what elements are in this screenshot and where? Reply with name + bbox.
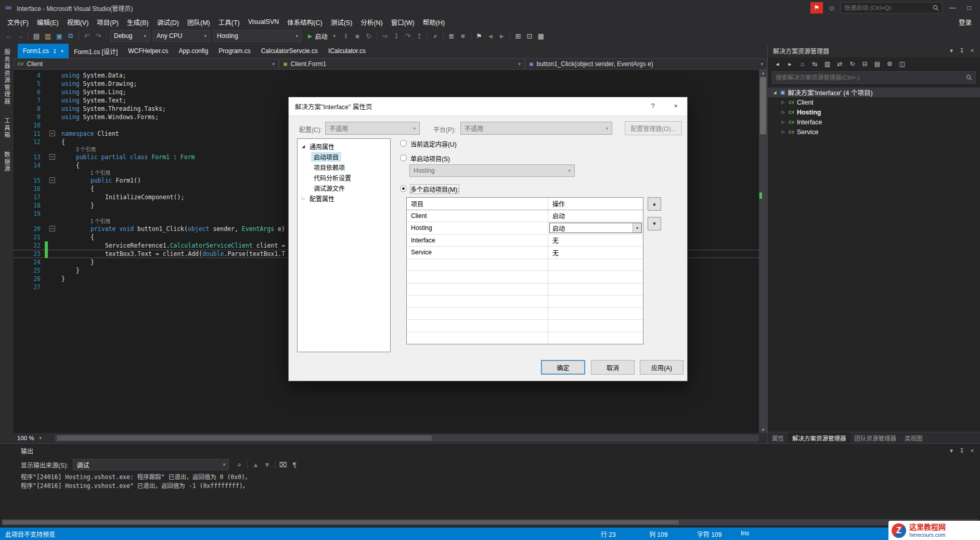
next-bookmark-icon[interactable]: ► (496, 30, 508, 42)
startup-project-row[interactable]: Service无 (407, 247, 643, 259)
solution-explorer-icon[interactable]: ⊞ (512, 30, 524, 42)
solution-search-box[interactable] (772, 71, 976, 84)
menu-item[interactable]: 项目(P) (93, 16, 123, 29)
output-source-combo[interactable]: 调试 ▾ (73, 459, 229, 470)
sync-with-active-document-icon[interactable]: ⇄ (834, 59, 845, 69)
solution-configurations-combo[interactable]: Debug ▾ (110, 30, 150, 42)
step-over-icon[interactable]: ↷ (402, 30, 414, 42)
menu-item[interactable]: 调试(D) (153, 16, 183, 29)
save-icon[interactable]: ▣ (54, 30, 65, 42)
action-combo[interactable]: 启动▾ (549, 223, 642, 233)
codelens-text[interactable]: 1 个引用 (57, 218, 110, 225)
dialog-tree-item[interactable]: 调试源文件 (298, 183, 390, 193)
dialog-tree-item[interactable]: ◢通用属性 (298, 141, 390, 151)
menu-item[interactable]: 生成(B) (123, 16, 153, 29)
close-icon[interactable]: × (968, 47, 977, 54)
tool-window-tab[interactable]: 团队资源管理器 (850, 432, 901, 443)
redo-icon[interactable]: ↷ (93, 30, 104, 42)
menu-item[interactable]: 文件(F) (3, 16, 33, 29)
ok-button[interactable]: 确定 (541, 360, 585, 375)
radio-single-startup[interactable] (400, 155, 407, 161)
codelens-text[interactable]: 1 个引用 (57, 170, 110, 176)
feedback-smiley-icon[interactable]: ☺ (826, 2, 837, 14)
clear-all-icon[interactable]: ⌧ (277, 459, 289, 470)
collapse-icon[interactable]: − (49, 154, 55, 160)
output-titlebar[interactable]: 输出 ▾ ↧ × (0, 444, 980, 457)
output-horizontal-scrollbar[interactable] (2, 519, 978, 525)
scroll-up-icon[interactable]: ▴ (759, 70, 767, 75)
navigate-forward-icon[interactable]: → (15, 30, 26, 42)
dialog-tree-item[interactable]: 启动项目 (298, 151, 390, 162)
project-dropdown[interactable]: C# Client ▾ (14, 58, 279, 70)
expander-icon[interactable]: ▷ (780, 120, 786, 124)
navigate-backward-icon[interactable]: ← (3, 30, 15, 42)
back-icon[interactable]: ◂ (772, 59, 783, 69)
startup-projects-combo[interactable]: Hosting ▾ (213, 30, 302, 42)
doc-tab[interactable]: CalculatorServcie.cs (256, 44, 323, 58)
window-position-icon[interactable]: ▾ (947, 47, 956, 54)
panel-titlebar[interactable]: 解决方案资源管理器 ▾ ↧ × (768, 44, 980, 57)
pending-changes-filter-icon[interactable]: ▥ (822, 59, 833, 69)
expander-icon[interactable]: ▷ (780, 110, 786, 114)
start-debugging-button[interactable]: ▶ 启动 ▾ (303, 30, 340, 42)
expander-icon[interactable]: ▷ (300, 196, 307, 201)
previous-bookmark-icon[interactable]: ◄ (485, 30, 496, 42)
menu-item[interactable]: 编辑(E) (33, 16, 63, 29)
project-node[interactable]: ▷C#Interface (768, 117, 980, 127)
move-down-button[interactable]: ▼ (648, 217, 661, 230)
startup-project-row[interactable]: Interface无 (407, 235, 643, 247)
menu-item[interactable]: 窗口(W) (387, 16, 419, 29)
step-into-icon[interactable]: ↧ (391, 30, 402, 42)
tool-window-tab[interactable]: 工具箱 (3, 118, 11, 139)
collapse-icon[interactable]: − (49, 177, 55, 183)
stop-debugging-icon[interactable]: ■ (352, 30, 363, 42)
find-in-files-icon[interactable]: ⌕ (430, 30, 441, 42)
scrollbar-thumb[interactable] (57, 435, 432, 441)
menu-item[interactable]: 工具(T) (214, 16, 244, 29)
doc-tab[interactable]: Form1.cs [设计] (69, 44, 123, 58)
menu-item[interactable]: 视图(V) (63, 16, 93, 29)
properties-icon[interactable]: ⚙ (884, 59, 895, 69)
menu-item[interactable]: 体系结构(C) (283, 16, 326, 29)
minimize-button[interactable]: — (946, 2, 959, 14)
next-message-icon[interactable]: ▼ (261, 459, 273, 470)
notification-flag-icon[interactable]: ⚑ (810, 2, 823, 14)
quick-launch-input[interactable] (844, 5, 933, 11)
refresh-icon[interactable]: ↻ (847, 59, 858, 69)
pin-icon[interactable]: ↧ (957, 447, 966, 454)
tool-window-tab[interactable]: 数据源 (3, 151, 11, 173)
tool-window-tab[interactable]: 解决方案资源管理器 (788, 432, 850, 443)
expander-icon[interactable]: ◢ (772, 90, 778, 95)
properties-window-icon[interactable]: ⊡ (524, 30, 535, 42)
comment-icon[interactable]: ≣ (446, 30, 457, 42)
toolbox-icon[interactable]: ▦ (535, 30, 547, 42)
previous-message-icon[interactable]: ▲ (250, 459, 261, 470)
preview-selected-icon[interactable]: ◫ (897, 59, 908, 69)
doc-tab[interactable]: WCFHelper.cs (123, 44, 173, 58)
close-tab-icon[interactable]: × (60, 48, 63, 54)
startup-project-row[interactable]: Hosting启动▾ (407, 222, 643, 235)
scrollbar-thumb[interactable] (760, 77, 766, 134)
show-next-statement-icon[interactable]: ⇒ (379, 30, 391, 42)
restart-icon[interactable]: ↻ (363, 30, 375, 42)
find-message-icon[interactable]: ⌕ (234, 459, 245, 470)
doc-tab[interactable]: App.config (174, 44, 214, 58)
editor-vertical-scrollbar[interactable]: ▴ ▾ (759, 70, 767, 433)
expander-icon[interactable]: ▷ (780, 100, 786, 105)
dialog-tree-item[interactable]: ▷配置属性 (298, 193, 390, 203)
window-position-icon[interactable]: ▾ (947, 447, 956, 454)
apply-button[interactable]: 应用(A) (640, 360, 684, 375)
dialog-tree-item[interactable]: 项目依赖项 (298, 162, 390, 172)
doc-tab[interactable]: Program.cs (213, 44, 255, 58)
collapse-icon[interactable]: − (49, 226, 55, 232)
pin-icon[interactable]: ↧ (957, 47, 966, 54)
dialog-close-button[interactable]: × (664, 97, 687, 115)
expander-icon[interactable]: ▷ (780, 130, 786, 134)
pin-tab-icon[interactable]: ↧ (53, 48, 57, 54)
collapse-all-icon[interactable]: ⊟ (859, 59, 870, 69)
new-project-icon[interactable]: ▤ (31, 30, 42, 42)
menu-item[interactable]: VisualSVN (244, 17, 283, 27)
project-node[interactable]: ▷C#Client (768, 97, 980, 107)
tool-window-tab[interactable]: 属性 (768, 432, 788, 443)
open-file-icon[interactable]: ▥ (42, 30, 54, 42)
